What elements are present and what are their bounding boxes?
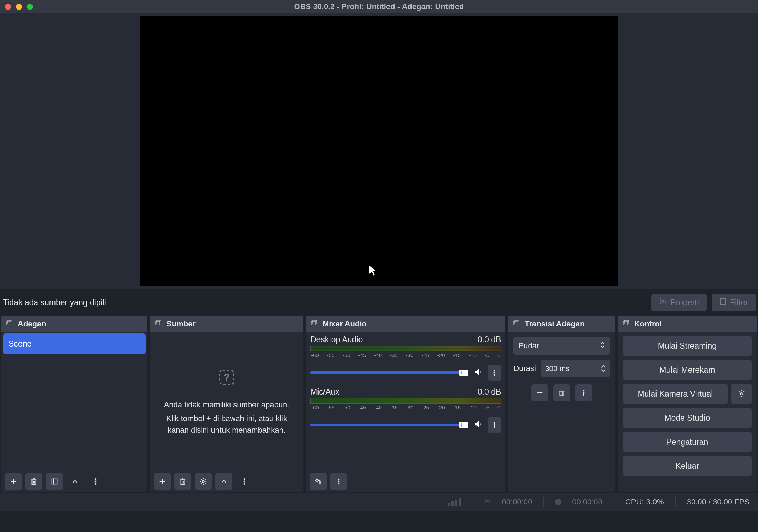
svg-point-35 [494, 372, 495, 373]
svg-point-60 [487, 500, 488, 502]
preview-area [0, 13, 758, 289]
svg-point-34 [494, 370, 495, 371]
audio-meter [310, 398, 501, 404]
svg-point-0 [662, 300, 664, 302]
scenes-header[interactable]: Adegan [1, 316, 147, 332]
scene-more-button[interactable] [87, 473, 104, 490]
svg-point-29 [244, 479, 245, 480]
question-icon: ? [217, 368, 236, 387]
sources-toolbar [150, 471, 303, 492]
preview-canvas[interactable] [140, 16, 618, 286]
add-scene-button[interactable] [5, 473, 22, 490]
start-virtual-camera-button[interactable]: Mulai Kamera Virtual [623, 384, 728, 404]
source-settings-button[interactable] [195, 473, 212, 490]
spinner-buttons[interactable] [601, 365, 606, 372]
scenes-title: Adegan [18, 319, 46, 329]
volume-slider[interactable] [310, 424, 468, 426]
svg-rect-58 [624, 320, 629, 324]
mixer-settings-button[interactable] [310, 473, 327, 490]
remove-source-button[interactable] [174, 473, 191, 490]
svg-rect-18 [157, 320, 161, 324]
svg-point-56 [583, 394, 584, 395]
source-more-button[interactable] [236, 473, 253, 490]
properties-bar: Tidak ada sumber yang dipili Properti Fi… [0, 289, 758, 316]
mixer-title: Mixer Audio [322, 319, 367, 329]
status-bar: 00:00:00 00:00:00 CPU: 3.0% 30.00 / 30.0… [0, 493, 758, 511]
properties-label: Properti [670, 298, 699, 307]
transitions-header[interactable]: Transisi Adegan [508, 316, 615, 332]
studio-mode-button[interactable]: Mode Studio [623, 408, 752, 428]
track-db: 0.0 dB [478, 335, 501, 344]
start-recording-button[interactable]: Mulai Merekam [623, 360, 752, 380]
controls-header[interactable]: Kontrol [618, 316, 757, 332]
filter-button[interactable]: Filter [712, 294, 756, 311]
add-source-button[interactable] [154, 473, 171, 490]
add-transition-button[interactable] [531, 384, 548, 401]
remove-scene-button[interactable] [25, 473, 42, 490]
svg-rect-17 [156, 321, 160, 325]
popout-icon [622, 319, 629, 329]
move-source-up-button[interactable] [215, 473, 232, 490]
scenes-toolbar [1, 471, 147, 492]
move-scene-up-button[interactable] [66, 473, 83, 490]
meter-scale: -60-55-50-45-40-35-30-25-20-15-10-50 [310, 404, 501, 410]
audio-track-mic: Mic/Aux 0.0 dB -60-55-50-45-40-35-30-25-… [306, 384, 505, 437]
speaker-icon[interactable] [473, 367, 483, 378]
svg-rect-46 [515, 320, 519, 324]
maximize-window-icon[interactable] [27, 4, 33, 10]
transition-selected: Pudar [518, 341, 539, 350]
controls-dock: Kontrol Mulai Streaming Mulai Merekam Mu… [618, 316, 757, 492]
track-more-button[interactable] [488, 417, 501, 433]
svg-point-15 [95, 481, 96, 482]
properties-button[interactable]: Properti [651, 294, 707, 311]
mixer-more-button[interactable] [330, 473, 347, 490]
svg-text:?: ? [223, 372, 230, 383]
svg-rect-57 [623, 321, 628, 325]
svg-point-31 [244, 483, 245, 484]
mixer-header[interactable]: Mixer Audio [306, 316, 505, 332]
close-window-icon[interactable] [5, 4, 11, 10]
svg-rect-12 [52, 479, 57, 484]
sources-list[interactable]: ? Anda tidak memiliki sumber apapun. Kli… [150, 332, 303, 471]
sources-empty-line2: Klik tombol + di bawah ini, atau klik ka… [156, 413, 297, 436]
start-streaming-button[interactable]: Mulai Streaming [623, 336, 752, 356]
volume-slider[interactable] [310, 371, 468, 374]
transition-more-button[interactable] [575, 384, 592, 401]
duration-input[interactable]: 300 ms [541, 360, 610, 377]
sources-dock: Sumber ? Anda tidak memiliki sumber apap… [150, 316, 303, 492]
scene-item[interactable]: Scene [3, 333, 146, 354]
transitions-body: Pudar Durasi 300 ms [508, 332, 615, 401]
virtual-camera-settings-button[interactable] [731, 384, 752, 404]
window-title: OBS 30.0.2 - Profil: Untitled - Adegan: … [294, 2, 464, 11]
settings-button[interactable]: Pengaturan [623, 432, 752, 452]
popout-icon [6, 319, 13, 329]
svg-rect-49 [560, 391, 564, 396]
track-more-button[interactable] [488, 365, 501, 381]
svg-point-55 [583, 392, 584, 394]
audio-track-desktop: Desktop Audio 0.0 dB -60-55-50-45-40-35-… [306, 332, 505, 384]
svg-rect-45 [514, 321, 518, 325]
record-indicator-icon [555, 499, 561, 505]
speaker-icon[interactable] [473, 420, 483, 430]
mixer-toolbar [306, 471, 505, 492]
scenes-list[interactable]: Scene [1, 332, 147, 471]
filter-label: Filter [730, 298, 748, 307]
scene-filter-button[interactable] [46, 473, 63, 490]
audio-meter [310, 346, 501, 351]
svg-rect-4 [8, 320, 12, 324]
popout-icon [513, 319, 520, 329]
exit-button[interactable]: Keluar [623, 456, 752, 476]
minimize-window-icon[interactable] [16, 4, 22, 10]
transition-select[interactable]: Pudar [513, 337, 610, 355]
sources-header[interactable]: Sumber [150, 316, 303, 332]
meter-scale: -60-55-50-45-40-35-30-25-20-15-10-50 [310, 352, 501, 358]
stream-time: 00:00:00 [502, 497, 532, 507]
svg-point-38 [494, 425, 495, 426]
remove-transition-button[interactable] [553, 384, 570, 401]
sources-empty-line1: Anda tidak memiliki sumber apapun. [164, 399, 290, 410]
duration-label: Durasi [513, 364, 536, 373]
sources-title: Sumber [167, 319, 196, 329]
svg-rect-1 [720, 299, 726, 305]
svg-point-41 [319, 482, 321, 484]
controls-title: Kontrol [634, 319, 662, 329]
